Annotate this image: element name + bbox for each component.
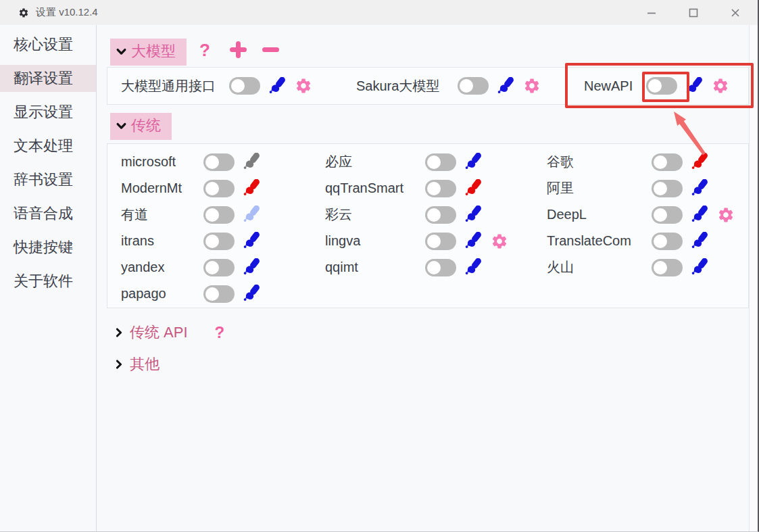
toggle-switch[interactable] bbox=[425, 180, 456, 197]
toggle-knob bbox=[654, 182, 667, 195]
close-button[interactable] bbox=[725, 3, 745, 23]
section-header-traditional[interactable]: 传统 bbox=[110, 113, 172, 140]
sidebar-item[interactable]: 关于软件 bbox=[0, 268, 96, 295]
collapsed-section-header[interactable]: 其他 bbox=[114, 354, 160, 374]
help-icon[interactable]: ? bbox=[199, 40, 210, 61]
services-column-3: 谷歌阿里DeepLTranslateCom火山 bbox=[547, 149, 735, 281]
brush-icon[interactable] bbox=[243, 258, 261, 276]
section-label: 大模型 bbox=[131, 41, 176, 62]
toggle-switch[interactable] bbox=[425, 233, 456, 250]
service-label: papago bbox=[121, 286, 203, 301]
brush-icon[interactable] bbox=[243, 153, 261, 171]
service-row: qqimt bbox=[325, 254, 508, 281]
service-row: 阿里 bbox=[547, 175, 735, 201]
service-label: 火山 bbox=[547, 258, 652, 276]
toggle-switch[interactable] bbox=[203, 233, 235, 250]
service-row: 彩云 bbox=[325, 201, 508, 228]
toggle-switch[interactable] bbox=[652, 180, 683, 197]
help-icon[interactable]: ? bbox=[215, 323, 225, 342]
service-label: NewAPI bbox=[584, 78, 646, 94]
brush-icon[interactable] bbox=[691, 232, 709, 250]
service-row: Sakura大模型 bbox=[356, 68, 541, 104]
toggle-switch[interactable] bbox=[458, 77, 489, 95]
brush-icon[interactable] bbox=[497, 77, 515, 95]
service-label: qqTranSmart bbox=[325, 180, 425, 196]
brush-icon[interactable] bbox=[243, 285, 261, 303]
section-header-llm[interactable]: 大模型 bbox=[110, 39, 187, 66]
main-panel: 大模型 ? 大模型通用接口Sakura大模型NewAPI 传统 microsof… bbox=[97, 25, 758, 531]
gear-icon[interactable] bbox=[491, 233, 508, 250]
gear-icon[interactable] bbox=[523, 77, 541, 95]
toggle-knob bbox=[648, 79, 662, 93]
toggle-knob bbox=[205, 261, 219, 274]
minimize-button[interactable] bbox=[641, 3, 662, 23]
services-column-2: 必应qqTranSmart彩云lingvaqqimt bbox=[325, 149, 508, 281]
service-label: yandex bbox=[121, 260, 203, 275]
toggle-switch[interactable] bbox=[203, 206, 235, 224]
toggle-switch[interactable] bbox=[646, 77, 677, 95]
service-row: 有道 bbox=[121, 201, 269, 228]
toggle-switch[interactable] bbox=[652, 153, 683, 171]
close-icon bbox=[730, 7, 741, 18]
window-title: 设置 v10.12.4 bbox=[36, 6, 98, 19]
service-label: ModernMt bbox=[121, 180, 203, 196]
chevron-right-icon bbox=[114, 359, 124, 370]
brush-icon[interactable] bbox=[243, 179, 261, 197]
add-icon[interactable] bbox=[230, 41, 247, 58]
gear-icon[interactable] bbox=[295, 77, 312, 95]
toggle-switch[interactable] bbox=[203, 259, 235, 276]
brush-icon[interactable] bbox=[464, 205, 483, 224]
brush-icon[interactable] bbox=[243, 205, 261, 224]
brush-icon[interactable] bbox=[243, 232, 261, 250]
service-label: qqimt bbox=[325, 260, 425, 275]
sidebar-item[interactable]: 翻译设置 bbox=[0, 65, 96, 92]
toggle-knob bbox=[654, 235, 667, 248]
toggle-knob bbox=[654, 208, 667, 222]
brush-icon[interactable] bbox=[691, 153, 709, 171]
service-row: qqTranSmart bbox=[325, 175, 508, 201]
sidebar-item[interactable]: 语音合成 bbox=[0, 200, 96, 227]
remove-icon[interactable] bbox=[262, 47, 279, 52]
brush-icon[interactable] bbox=[691, 179, 709, 197]
brush-icon[interactable] bbox=[464, 179, 483, 197]
brush-icon[interactable] bbox=[691, 258, 709, 276]
service-row: NewAPI bbox=[584, 68, 729, 104]
sidebar-item[interactable]: 辞书设置 bbox=[0, 166, 96, 193]
brush-icon[interactable] bbox=[464, 232, 483, 250]
sidebar-item[interactable]: 快捷按键 bbox=[0, 234, 96, 261]
toggle-switch[interactable] bbox=[652, 206, 683, 224]
brush-icon[interactable] bbox=[691, 205, 709, 224]
sidebar-item[interactable]: 显示设置 bbox=[0, 99, 96, 126]
service-label: DeepL bbox=[547, 207, 652, 222]
toggle-switch[interactable] bbox=[425, 153, 456, 171]
brush-icon[interactable] bbox=[685, 77, 704, 95]
toggle-switch[interactable] bbox=[425, 206, 456, 224]
app-gear-icon bbox=[18, 7, 29, 18]
service-label: 必应 bbox=[325, 153, 425, 171]
maximize-button[interactable] bbox=[683, 3, 704, 23]
service-row: 大模型通用接口 bbox=[121, 68, 312, 104]
toggle-switch[interactable] bbox=[652, 233, 683, 250]
sidebar-item[interactable]: 核心设置 bbox=[0, 31, 96, 58]
brush-icon[interactable] bbox=[464, 258, 483, 276]
scrollbar-track[interactable] bbox=[749, 25, 758, 531]
toggle-switch[interactable] bbox=[425, 259, 456, 276]
service-row: itrans bbox=[121, 228, 269, 254]
toggle-switch[interactable] bbox=[203, 153, 235, 171]
sidebar-item[interactable]: 文本处理 bbox=[0, 132, 96, 160]
toggle-switch[interactable] bbox=[203, 285, 235, 303]
toggle-switch[interactable] bbox=[229, 77, 260, 95]
service-label: 有道 bbox=[121, 205, 203, 224]
toggle-knob bbox=[205, 182, 219, 195]
toggle-knob bbox=[427, 235, 441, 248]
toggle-switch[interactable] bbox=[203, 180, 235, 197]
chevron-down-icon bbox=[116, 46, 127, 57]
service-label: 谷歌 bbox=[547, 153, 652, 171]
brush-icon[interactable] bbox=[268, 77, 287, 95]
chevron-right-icon bbox=[114, 327, 124, 338]
gear-icon[interactable] bbox=[717, 206, 735, 224]
gear-icon[interactable] bbox=[712, 77, 729, 95]
collapsed-section-header[interactable]: 传统 API? bbox=[114, 322, 224, 343]
toggle-switch[interactable] bbox=[652, 259, 683, 276]
brush-icon[interactable] bbox=[464, 153, 483, 171]
